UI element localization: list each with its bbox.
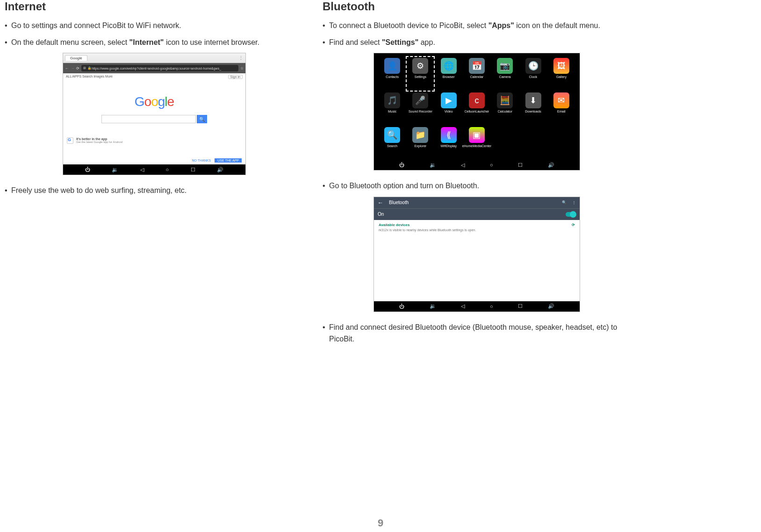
app-downloads[interactable]: ⬇Downloads — [521, 92, 546, 124]
bullet-internet-2: • On the default menu screen, select "In… — [5, 36, 304, 49]
app-label: Calendar — [470, 75, 483, 83]
app-ehomemediacenter[interactable]: ▣eHomeMediaCenter — [464, 127, 489, 159]
celluonlauncher-icon: c — [469, 92, 485, 108]
vol-down-icon[interactable]: 🔉 — [430, 303, 436, 309]
tab-icon: ⊞ — [83, 66, 86, 70]
app-email[interactable]: ✉Email — [549, 92, 574, 124]
settings-icon: ⚙ — [412, 58, 428, 74]
system-navbar: ⏻ 🔉 ◁ ○ ☐ 🔊 — [374, 160, 580, 170]
browser-tab[interactable]: Google — [65, 55, 87, 61]
vol-up-icon[interactable]: 🔊 — [548, 162, 554, 168]
browser-icon: 🌐 — [441, 58, 457, 74]
url-field[interactable]: ⊞ 🔒 https://www.google.com/webhp?client=… — [81, 65, 238, 71]
vol-down-icon[interactable]: 🔉 — [112, 167, 118, 173]
app-camera[interactable]: 📷Camera — [492, 58, 517, 90]
use-app-button[interactable]: USE THE APP — [215, 158, 242, 163]
power-icon[interactable]: ⏻ — [399, 162, 404, 168]
nav-back-icon[interactable]: ← — [65, 66, 69, 71]
app-browser[interactable]: 🌐Browser — [436, 58, 461, 90]
recents-icon[interactable]: ☐ — [518, 303, 523, 309]
google-search-input[interactable] — [101, 115, 196, 123]
bullet-internet-3: • Freely use the web to do web surfing, … — [5, 184, 304, 197]
app-label: Calculator — [498, 110, 513, 117]
bookmark-icon[interactable]: ☆ — [240, 66, 244, 71]
heading-internet: Internet — [5, 0, 304, 13]
bt-state-label: On — [378, 212, 384, 217]
app-calculator[interactable]: 🧮Calculator — [492, 92, 517, 124]
system-navbar: ⏻ 🔉 ◁ ○ ☐ 🔊 — [374, 301, 580, 312]
home-icon[interactable]: ○ — [165, 167, 169, 172]
app-label: Email — [557, 110, 566, 117]
app-label: Camera — [499, 75, 511, 83]
app-label: Explorer — [414, 144, 426, 152]
reload-icon[interactable]: ⟳ — [76, 66, 79, 71]
app-label: Browser — [443, 75, 455, 83]
search-icon: 🔍 — [199, 117, 205, 122]
bt-visibility-note: rk312x is visible to nearby devices whil… — [379, 228, 575, 232]
wifidisplay-icon: ⟪ — [441, 127, 457, 143]
app-promo: It's better in the app Get the latest Go… — [67, 137, 122, 144]
camera-icon: 📷 — [497, 58, 513, 74]
app-gallery[interactable]: 🖼Gallery — [549, 58, 574, 90]
google-logo: Google — [135, 94, 174, 109]
back-icon[interactable]: ◁ — [461, 303, 465, 309]
app-sound-recorder[interactable]: 🎤Sound Recorder — [408, 92, 433, 124]
recents-icon[interactable]: ☐ — [518, 162, 523, 168]
app-label: Clock — [529, 75, 538, 83]
app-search[interactable]: 🔍Search — [380, 127, 405, 159]
more-icon[interactable]: ⋮ — [572, 200, 576, 205]
kebab-icon[interactable]: ⋮ — [238, 55, 244, 61]
bt-on-row: On — [374, 208, 580, 220]
vol-up-icon[interactable]: 🔊 — [217, 167, 223, 173]
google-topnav: ALL/APPS Search Images More Sign in — [63, 73, 245, 80]
app-calendar[interactable]: 📅Calendar — [464, 58, 489, 90]
app-explorer[interactable]: 📁Explorer — [408, 127, 433, 159]
app-video[interactable]: ▶Video — [436, 92, 461, 124]
music-icon: 🎵 — [384, 92, 400, 108]
bt-toggle[interactable] — [566, 212, 576, 217]
system-navbar: ⏻ 🔉 ◁ ○ ☐ 🔊 — [63, 164, 245, 175]
app-music[interactable]: 🎵Music — [380, 92, 405, 124]
vol-down-icon[interactable]: 🔉 — [430, 162, 436, 168]
refresh-icon[interactable]: ⟳ — [572, 223, 575, 227]
home-icon[interactable]: ○ — [490, 304, 493, 309]
power-icon[interactable]: ⏻ — [85, 167, 90, 172]
contacts-icon: 👤 — [384, 58, 400, 74]
calendar-icon: 📅 — [469, 58, 485, 74]
app-contacts[interactable]: 👤Contacts — [380, 58, 405, 90]
lock-icon: 🔒 — [87, 66, 92, 70]
sound-recorder-icon: 🎤 — [412, 92, 428, 108]
app-label: Gallery — [556, 75, 567, 83]
vol-up-icon[interactable]: 🔊 — [548, 303, 554, 309]
back-icon[interactable]: ◁ — [140, 167, 144, 173]
home-icon[interactable]: ○ — [490, 162, 493, 168]
signin-button[interactable]: Sign in — [228, 75, 243, 79]
app-label: Music — [388, 110, 396, 117]
calculator-icon: 🧮 — [497, 92, 513, 108]
google-search-button[interactable]: 🔍 — [197, 115, 207, 123]
power-icon[interactable]: ⏻ — [399, 304, 404, 309]
app-celluonlauncher[interactable]: cCelluonLauncher — [464, 92, 489, 124]
app-settings[interactable]: ⚙Settings — [408, 58, 433, 90]
bt-title: Bluetooth — [389, 200, 409, 205]
browser-tabbar: Google ⋮ — [63, 53, 245, 63]
downloads-icon: ⬇ — [525, 92, 541, 108]
nav-fwd-icon[interactable]: → — [71, 66, 74, 71]
app-wifidisplay[interactable]: ⟪WifiDisplay — [436, 127, 461, 159]
no-thanks-button[interactable]: NO THANKS — [190, 158, 213, 163]
column-bluetooth: Bluetooth • To connect a Bluetooth devic… — [323, 0, 631, 350]
app-label: Search — [387, 144, 397, 152]
video-icon: ▶ — [441, 92, 457, 108]
bullet-bt-3: • Go to Bluetooth option and turn on Blu… — [323, 180, 631, 192]
heading-bluetooth: Bluetooth — [323, 0, 631, 13]
back-arrow-icon[interactable]: ← — [378, 199, 383, 206]
back-icon[interactable]: ◁ — [461, 162, 465, 168]
figure-apps-grid: 👤Contacts⚙Settings🌐Browser📅Calendar📷Came… — [373, 53, 580, 170]
app-clock[interactable]: 🕒Clock — [521, 58, 546, 90]
figure-bluetooth-settings: ← Bluetooth 🔍 ⋮ On Available devices ⟳ — [373, 197, 580, 312]
recents-icon[interactable]: ☐ — [191, 167, 195, 173]
search-icon[interactable]: 🔍 — [562, 200, 567, 205]
bullet-bt-4: • Find and connect desired Bluetooth dev… — [323, 321, 631, 345]
app-label: eHomeMediaCenter — [462, 144, 492, 152]
bullet-internet-1: • Go to settings and connect PicoBit to … — [5, 20, 304, 32]
